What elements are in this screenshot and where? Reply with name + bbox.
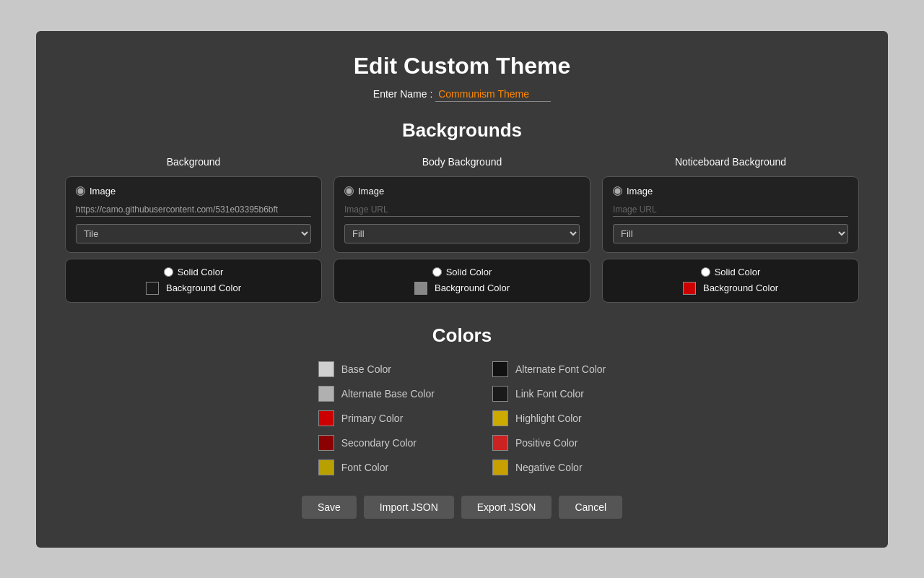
color-item-alt-font: Alternate Font Color [492,361,606,377]
color-item-font: Font Color [318,460,435,475]
bg-color-label-2: Background Color [435,282,510,293]
bg-col3-label: Noticeboard Background [675,156,786,168]
base-color-label: Base Color [341,363,391,375]
cancel-button[interactable]: Cancel [559,496,622,519]
bg-color-swatch-1[interactable] [146,282,159,295]
buttons-row: Save Import JSON Export JSON Cancel [65,496,859,519]
color-row-2: Background Color [414,282,510,295]
solid-panel-1: Solid Color Background Color [65,259,322,303]
image-radio-3[interactable] [613,186,622,196]
page-title: Edit Custom Theme [65,53,859,79]
font-color-label: Font Color [341,462,388,473]
tile-select-1[interactable]: Tile Fill Stretch Center [76,224,311,243]
base-color-swatch[interactable] [318,361,334,377]
background-column-2: Body Background Image Tile Fill Stretch … [334,156,590,303]
image-url-input-1[interactable] [76,203,311,217]
bg-color-label-1: Background Color [166,282,241,293]
bg-panel-image-2: Image Tile Fill Stretch Center [334,176,590,253]
color-item-base: Base Color [318,361,435,377]
bg-color-swatch-2[interactable] [414,282,427,295]
secondary-color-label: Secondary Color [341,437,417,449]
bg-panel-image-3: Image Tile Fill Stretch Center [602,176,859,253]
solid-panel-2: Solid Color Background Color [334,259,590,303]
backgrounds-title: Backgrounds [65,119,859,142]
positive-color-label: Positive Color [515,437,578,449]
color-item-link-font: Link Font Color [492,386,606,402]
bg-panel-image-1: Image Tile Fill Stretch Center [65,176,322,253]
solid-label-3: Solid Color [715,267,761,277]
highlight-color-label: Highlight Color [515,413,582,424]
solid-radio-row-2: Solid Color [432,267,492,277]
name-row: Enter Name : [65,87,859,102]
color-item-negative: Negative Color [492,460,606,475]
background-column-1: Background Image Tile Fill Stretch Cente… [65,156,322,303]
bg-col1-label: Background [167,156,221,168]
import-json-button[interactable]: Import JSON [364,496,454,519]
solid-radio-2[interactable] [432,267,442,277]
alt-base-color-swatch[interactable] [318,386,334,402]
tile-select-2[interactable]: Tile Fill Stretch Center [344,224,580,243]
negative-color-label: Negative Color [515,462,583,473]
color-column-right: Alternate Font Color Link Font Color Hig… [492,361,606,475]
link-font-color-swatch[interactable] [492,386,508,402]
font-color-swatch[interactable] [318,460,334,475]
name-label: Enter Name : [373,88,432,100]
image-radio-row-3: Image [613,186,848,197]
color-row-1: Background Color [146,282,241,295]
image-radio-1[interactable] [76,186,85,196]
colors-section: Colors Base Color Alternate Base Color P… [65,324,859,475]
color-item-secondary: Secondary Color [318,435,435,451]
alt-font-color-swatch[interactable] [492,361,508,377]
color-item-alt-base: Alternate Base Color [318,386,435,402]
backgrounds-grid: Background Image Tile Fill Stretch Cente… [65,156,859,303]
image-label-1: Image [90,186,116,197]
tile-select-3[interactable]: Tile Fill Stretch Center [613,224,848,243]
solid-radio-1[interactable] [164,267,173,277]
positive-color-swatch[interactable] [492,435,508,451]
color-row-3: Background Color [683,282,778,295]
alt-font-color-label: Alternate Font Color [515,363,606,375]
image-radio-row-1: Image [76,186,311,197]
image-url-input-2[interactable] [344,203,580,217]
primary-color-swatch[interactable] [318,410,334,426]
image-radio-2[interactable] [344,186,354,196]
image-url-input-3[interactable] [613,203,848,217]
colors-title: Colors [65,324,859,347]
color-item-positive: Positive Color [492,435,606,451]
image-radio-row-2: Image [344,186,580,197]
color-item-highlight: Highlight Color [492,410,606,426]
main-container: Edit Custom Theme Enter Name : Backgroun… [36,31,888,548]
solid-panel-3: Solid Color Background Color [602,259,859,303]
colors-grid: Base Color Alternate Base Color Primary … [65,361,859,475]
export-json-button[interactable]: Export JSON [461,496,552,519]
theme-name-input[interactable] [435,87,551,102]
solid-radio-row-3: Solid Color [701,267,761,277]
color-item-primary: Primary Color [318,410,435,426]
primary-color-label: Primary Color [341,413,404,424]
link-font-color-label: Link Font Color [515,388,584,400]
image-label-2: Image [358,186,384,197]
secondary-color-swatch[interactable] [318,435,334,451]
bg-color-swatch-3[interactable] [683,282,696,295]
solid-radio-row-1: Solid Color [164,267,224,277]
solid-label-2: Solid Color [446,267,492,277]
color-column-left: Base Color Alternate Base Color Primary … [318,361,435,475]
negative-color-swatch[interactable] [492,460,508,475]
solid-radio-3[interactable] [701,267,710,277]
background-column-3: Noticeboard Background Image Tile Fill S… [602,156,859,303]
image-label-3: Image [627,186,653,197]
bg-color-label-3: Background Color [703,282,778,293]
save-button[interactable]: Save [302,496,357,519]
solid-label-1: Solid Color [178,267,224,277]
alt-base-color-label: Alternate Base Color [341,388,435,400]
bg-col2-label: Body Background [422,156,502,168]
highlight-color-swatch[interactable] [492,410,508,426]
